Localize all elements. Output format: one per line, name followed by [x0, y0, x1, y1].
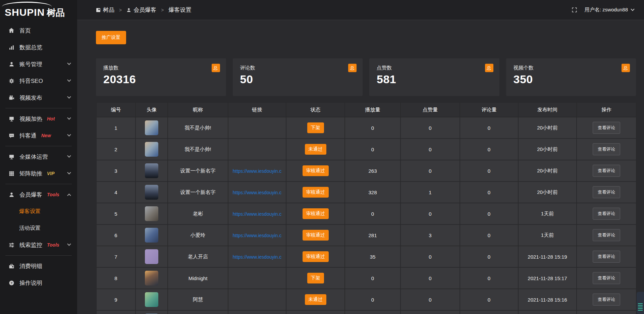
view-comments-button[interactable]: 查看评论	[593, 143, 620, 155]
avatar	[145, 206, 158, 221]
stat-card-videos: 视频个数 350 总	[506, 58, 636, 96]
sidebar-item-lead-monitor[interactable]: 线索监控 Tools	[0, 237, 77, 253]
gear-icon	[8, 78, 15, 84]
status-badge: 审核通过	[303, 208, 329, 219]
col-comments: 评论量	[460, 102, 518, 117]
cell-link: https://www.iesdouyin.c	[228, 160, 286, 181]
logo-arc-icon	[2, 2, 52, 12]
cell-avatar	[136, 181, 168, 203]
video-link[interactable]: https://www.iesdouyin.c	[233, 168, 282, 174]
breadcrumb-item-member-baoke[interactable]: 会员爆客	[126, 6, 156, 14]
cell-publish-time: 1天前	[518, 224, 577, 246]
breadcrumb-item-shupin[interactable]: 树品	[96, 6, 114, 14]
stat-label: 评论数	[240, 65, 356, 71]
app-root: SHUPIN树品 首页 数据总览 账号管理 抖音SEO	[0, 0, 644, 314]
user-icon	[8, 192, 15, 198]
cell-avatar	[136, 224, 168, 246]
cell-avatar	[136, 160, 168, 181]
sidebar-item-matrix-boost[interactable]: 矩阵助推 VIP	[0, 165, 77, 182]
fullscreen-icon[interactable]	[572, 7, 577, 13]
col-id: 编号	[96, 102, 136, 117]
cell-likes: 0	[400, 267, 460, 289]
cell-actions	[577, 310, 636, 314]
sidebar-item-douketong[interactable]: 抖客通 New	[0, 127, 77, 144]
cell-actions: 查看评论	[577, 181, 636, 203]
view-comments-button[interactable]: 查看评论	[593, 122, 620, 134]
sidebar-item-spend-detail[interactable]: 消费明细	[0, 258, 77, 274]
cell-link: https://www.iesdouyin.c	[228, 246, 286, 267]
view-comments-button[interactable]: 查看评论	[593, 186, 620, 198]
avatar	[145, 249, 158, 264]
table-row: 8 Midnight 下架 0 0 0 2021-11-28 15:17 查看评…	[96, 267, 636, 289]
view-comments-button[interactable]: 查看评论	[593, 272, 620, 284]
total-badge: 总	[348, 64, 357, 72]
topbar-right: 用户名: zswodun88	[572, 7, 634, 13]
sidebar-item-data-overview[interactable]: 数据总览	[0, 39, 77, 56]
cell-nickname: Midnight	[168, 267, 228, 289]
sidebar-item-home[interactable]: 首页	[0, 22, 77, 39]
sidebar-item-member-baoke[interactable]: 会员爆客 Tools	[0, 186, 77, 203]
view-comments-button[interactable]: 查看评论	[593, 294, 620, 306]
cell-status: 审核通过	[286, 160, 345, 181]
breadcrumb-separator: >	[160, 7, 165, 13]
person-icon	[126, 8, 131, 12]
video-link[interactable]: https://www.iesdouyin.c	[233, 254, 282, 260]
status-badge: 审核通过	[303, 230, 329, 241]
status-badge: 下架	[307, 273, 324, 283]
cell-status: 下架	[286, 117, 345, 139]
sidebar-subitem-activity-settings[interactable]: 活动设置	[0, 220, 77, 237]
stat-value: 20316	[103, 73, 219, 86]
sidebar-item-douyin-seo[interactable]: 抖音SEO	[0, 72, 77, 89]
video-link[interactable]: https://www.iesdouyin.c	[233, 233, 282, 238]
cell-link: https://www.iesdouyin.c	[228, 224, 286, 246]
cell-avatar	[136, 310, 168, 314]
video-table: 编号 头像 昵称 链接 状态 播放量 点赞量 评论量 发布时间 操作 1 我不是…	[96, 102, 637, 314]
sidebar-subitem-baoke-settings[interactable]: 爆客设置	[0, 203, 77, 220]
view-comments-button[interactable]: 查看评论	[593, 229, 620, 241]
view-comments-button[interactable]: 查看评论	[593, 165, 620, 177]
col-likes: 点赞量	[400, 102, 460, 117]
cell-plays: 0	[345, 203, 400, 224]
sidebar-item-instructions[interactable]: ? 操作说明	[0, 274, 77, 291]
sidebar-item-label: 矩阵助推	[19, 170, 42, 177]
sidebar-item-label: 全媒体运营	[19, 153, 48, 161]
sidebar-item-omni-media[interactable]: 全媒体运营	[0, 148, 77, 165]
cell-id: 7	[96, 246, 136, 267]
sidebar-item-video-publish[interactable]: 视频发布	[0, 89, 77, 106]
sidebar-divider	[5, 146, 72, 146]
cell-likes: 0	[400, 160, 460, 181]
sidebar-item-video-heat[interactable]: 视频加热 Hot	[0, 110, 77, 127]
cell-status: 未通过	[286, 289, 345, 310]
cell-id	[96, 310, 136, 314]
username-text: 用户名: zswodun88	[585, 7, 628, 13]
promotion-settings-button[interactable]: 推广设置	[96, 31, 126, 44]
stat-card-plays: 播放数 20316 总	[96, 58, 226, 96]
bar-chart-icon	[8, 45, 15, 50]
sidebar-item-label: 首页	[19, 27, 31, 35]
sidebar-item-label: 线索监控	[19, 241, 42, 249]
cell-publish-time: 2021-11-28 15:19	[518, 246, 577, 267]
brand-logo[interactable]: SHUPIN树品	[0, 0, 77, 20]
table-row: 1 我不是小帅! 下架 0 0 0 20小时前 查看评论	[96, 117, 636, 139]
user-menu[interactable]: 用户名: zswodun88	[585, 7, 634, 13]
floating-widget[interactable]	[637, 292, 644, 314]
status-badge: 审核通过	[303, 165, 329, 176]
cell-publish-time: 20小时前	[518, 160, 577, 181]
total-badge: 总	[622, 64, 630, 72]
avatar	[145, 120, 158, 135]
cell-id: 1	[96, 117, 136, 139]
cell-avatar	[136, 246, 168, 267]
chevron-down-icon	[67, 133, 71, 137]
video-link[interactable]: https://www.iesdouyin.c	[233, 211, 282, 217]
hot-badge: Hot	[47, 116, 55, 121]
view-comments-button[interactable]: 查看评论	[593, 208, 620, 220]
view-comments-button[interactable]: 查看评论	[593, 251, 620, 263]
sidebar-item-account-mgmt[interactable]: 账号管理	[0, 56, 77, 72]
cell-comments: 0	[460, 139, 518, 160]
col-avatar: 头像	[136, 102, 168, 117]
cell-comments: 0	[460, 267, 518, 289]
video-link[interactable]: https://www.iesdouyin.c	[233, 190, 282, 195]
cell-plays	[345, 310, 400, 314]
chevron-down-icon	[67, 61, 71, 65]
cell-actions: 查看评论	[577, 203, 636, 224]
